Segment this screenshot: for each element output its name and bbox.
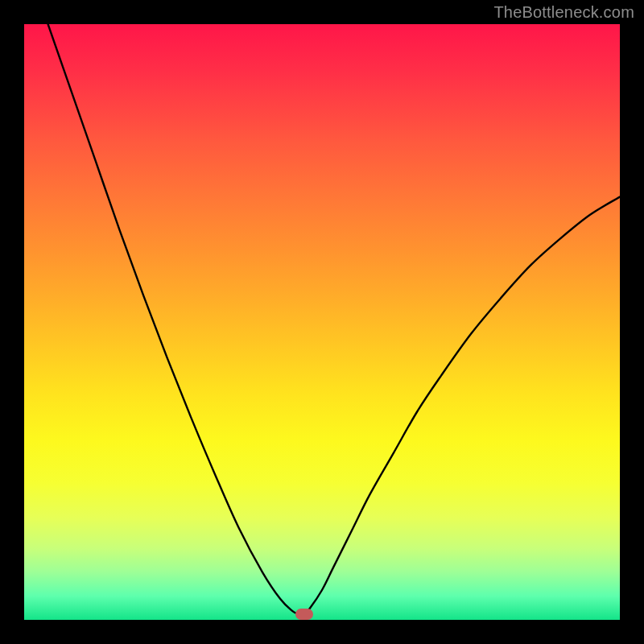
bottleneck-curve <box>24 24 620 620</box>
chart-frame: TheBottleneck.com <box>0 0 644 644</box>
watermark-text: TheBottleneck.com <box>493 3 634 22</box>
plot-area <box>24 24 620 620</box>
optimal-marker <box>295 609 313 620</box>
